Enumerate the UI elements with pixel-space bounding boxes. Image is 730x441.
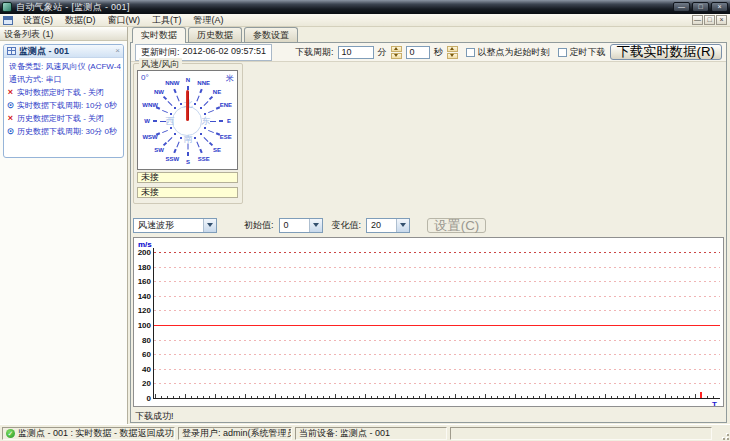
compass-dot-icon xyxy=(194,103,196,105)
device-info-line[interactable]: ×历史数据定时下载 - 关闭 xyxy=(6,112,121,125)
minimize-button[interactable]: — xyxy=(673,2,690,12)
mdi-restore-button[interactable]: □ xyxy=(704,15,715,25)
panel-pin-icon[interactable]: × xyxy=(115,47,120,55)
x-axis-minor-tick xyxy=(557,396,558,398)
compass-direction-label: NE xyxy=(213,89,221,95)
menu-items: 设置(S)数据(D)窗口(W)工具(T)管理(A) xyxy=(17,14,230,26)
status-device-section: 当前设备: 监测点 - 001 xyxy=(295,427,447,440)
x-axis-minor-tick xyxy=(353,396,354,398)
x-axis-minor-tick xyxy=(653,396,654,398)
cross-icon: × xyxy=(6,86,15,99)
compass-dot-icon xyxy=(200,107,202,109)
device-panel-header[interactable]: 监测点 - 001 × xyxy=(4,45,123,58)
device-info-line[interactable]: 设备类型: 风速风向仪 (ACFW-4) xyxy=(6,60,121,73)
x-axis-minor-tick xyxy=(629,396,630,398)
gridline xyxy=(154,281,720,282)
spinner-up-icon[interactable] xyxy=(391,46,402,52)
tab-inactive[interactable]: 参数设置 xyxy=(244,27,298,42)
mdi-minimize-button[interactable]: — xyxy=(692,15,703,25)
x-axis-minor-tick xyxy=(305,394,306,398)
compass-tick-icon xyxy=(177,95,180,101)
compass-direction-label: SSW xyxy=(165,156,179,162)
x-axis-minor-tick xyxy=(311,396,312,398)
x-axis-minor-tick xyxy=(527,396,528,398)
y-axis-tick-label: 20 xyxy=(135,379,151,388)
y-axis-tick-label: 100 xyxy=(135,321,151,330)
x-axis-minor-tick xyxy=(161,396,162,398)
initial-value-select[interactable]: 0 xyxy=(279,218,323,233)
compass-direction-label: N xyxy=(186,77,190,83)
close-button[interactable]: × xyxy=(711,2,728,12)
compass-tick-icon xyxy=(208,129,214,132)
compass-dot-icon xyxy=(180,137,182,139)
main-area: 实时数据历史数据参数设置 更新时间: 2012-06-02 09:57:51 下… xyxy=(130,27,727,424)
toolbar-checkboxes: 以整点为起始时刻定时下载 xyxy=(466,46,606,59)
spinner-down-icon[interactable] xyxy=(447,53,458,59)
checkbox-box[interactable] xyxy=(466,48,475,57)
checkbox-定时下载[interactable]: 定时下载 xyxy=(558,46,606,59)
x-axis-minor-tick xyxy=(587,396,588,398)
waveform-select[interactable]: 风速波形 xyxy=(133,218,217,233)
tab-inactive[interactable]: 历史数据 xyxy=(188,27,242,42)
menu-item[interactable]: 设置(S) xyxy=(17,14,59,26)
x-axis-minor-tick xyxy=(377,396,378,398)
maximize-button[interactable]: □ xyxy=(692,2,709,12)
x-axis-minor-tick xyxy=(599,396,600,398)
status-user-section: 登录用户: admin(系统管理员) xyxy=(178,427,292,440)
mdi-close-button[interactable]: × xyxy=(716,15,727,25)
x-axis-minor-tick xyxy=(269,396,270,398)
menu-item[interactable]: 窗口(W) xyxy=(102,14,147,26)
compass-direction-label: E xyxy=(227,118,231,124)
cursor-marker-tick xyxy=(700,392,702,398)
compass-tick-icon xyxy=(210,121,216,122)
device-info-line[interactable]: ⊙实时数据下载周期: 10分 0秒 xyxy=(6,99,121,112)
device-info-line[interactable]: ⊙历史数据下载周期: 30分 0秒 xyxy=(6,125,121,138)
waveform-select-value: 风速波形 xyxy=(134,219,203,232)
wind-speed-field: 未接 xyxy=(137,172,238,183)
spinner-up-icon[interactable] xyxy=(447,46,458,52)
change-value-select[interactable]: 20 xyxy=(366,218,410,233)
child-window-icon[interactable] xyxy=(3,16,13,25)
chevron-down-icon xyxy=(309,219,322,232)
x-axis-minor-tick xyxy=(185,394,186,398)
seconds-input[interactable]: 0 xyxy=(406,46,430,59)
chart-controls: 风速波形 初始值: 0 变化值: 20 设置(C) xyxy=(133,217,486,233)
x-axis-minor-tick xyxy=(221,396,222,398)
compass-tick-icon xyxy=(199,149,202,153)
x-axis-minor-tick xyxy=(389,396,390,398)
menu-item[interactable]: 数据(D) xyxy=(59,14,102,26)
initial-value-label: 初始值: xyxy=(244,219,274,232)
x-axis-minor-tick xyxy=(323,396,324,398)
x-axis-line xyxy=(153,398,720,399)
download-realtime-button[interactable]: 下载实时数据(R) xyxy=(610,44,722,60)
tab-active[interactable]: 实时数据 xyxy=(132,27,186,43)
checkbox-label: 以整点为起始时刻 xyxy=(478,46,550,59)
menu-item[interactable]: 工具(T) xyxy=(146,14,188,26)
gridline xyxy=(154,267,720,268)
compass-tick-icon xyxy=(209,96,213,100)
device-info-text: 历史数据下载周期: 30分 0秒 xyxy=(17,125,117,138)
checkbox-以整点为起始时刻[interactable]: 以整点为起始时刻 xyxy=(466,46,550,59)
device-info-line[interactable]: ×实时数据定时下载 - 关闭 xyxy=(6,86,121,99)
change-value-label: 变化值: xyxy=(332,219,362,232)
minutes-input[interactable]: 10 xyxy=(338,46,374,59)
checkbox-box[interactable] xyxy=(558,48,567,57)
clock-icon: ⊙ xyxy=(6,125,15,138)
current-device: 当前设备: 监测点 - 001 xyxy=(299,427,390,440)
compass-direction-label: S xyxy=(186,159,190,165)
device-info-line[interactable]: 通讯方式: 串口 xyxy=(6,73,121,86)
x-axis-minor-tick xyxy=(419,396,420,398)
x-axis-minor-tick xyxy=(485,394,486,398)
x-axis-minor-tick xyxy=(239,396,240,398)
download-status-message: 下载成功! xyxy=(135,410,174,423)
x-axis-minor-tick xyxy=(287,396,288,398)
y-axis-tick-label: 180 xyxy=(135,263,151,272)
reference-line xyxy=(154,325,720,326)
x-axis-minor-tick xyxy=(431,396,432,398)
x-axis-minor-tick xyxy=(215,394,216,398)
menu-item[interactable]: 管理(A) xyxy=(188,14,230,26)
settings-button[interactable]: 设置(C) xyxy=(427,218,486,233)
resize-grip[interactable] xyxy=(717,428,729,440)
spinner-down-icon[interactable] xyxy=(391,53,402,59)
device-panel-body: 设备类型: 风速风向仪 (ACFW-4)通讯方式: 串口×实时数据定时下载 - … xyxy=(4,58,123,140)
